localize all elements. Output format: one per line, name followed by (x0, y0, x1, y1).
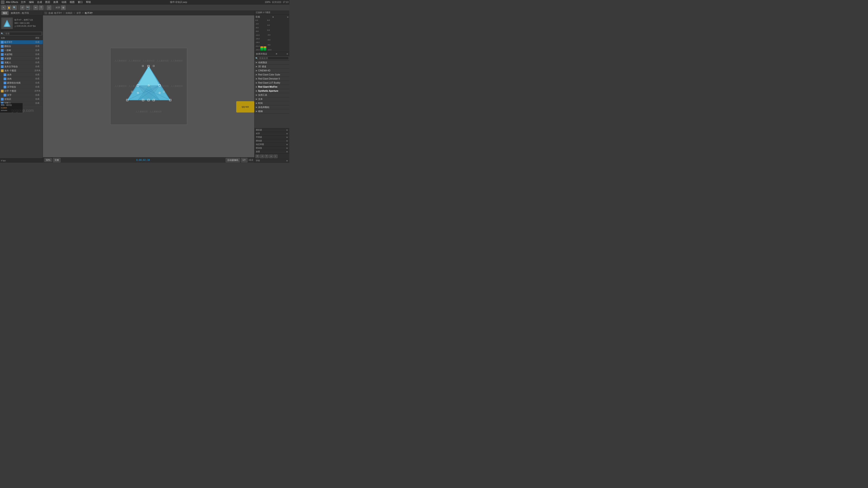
effect-category-9[interactable]: ▶文本 (254, 97, 289, 101)
rotate-tool[interactable]: ↺ (20, 5, 25, 10)
effect-category-arrow-1: ▶ (256, 66, 257, 68)
zoom-tool[interactable]: 🔍 (12, 5, 17, 10)
effect-category-5[interactable]: ▶Red Giant LUT Buddy (254, 81, 289, 85)
project-item-3[interactable]: 水波3组合成 (0, 53, 43, 57)
effect-category-10[interactable]: ▶时间 (254, 101, 289, 105)
character-close[interactable]: ✕ (286, 160, 288, 162)
pen-tool[interactable]: ✏ (33, 5, 38, 10)
breadcrumb-2[interactable]: 冷字 (76, 11, 81, 15)
project-item-14[interactable]: 冷知识合成 (0, 97, 43, 101)
project-item-type-15: 合成 (33, 102, 42, 105)
menu-file[interactable]: 文件 (20, 0, 27, 4)
audio-menu[interactable]: ≡ (287, 16, 288, 18)
menu-view[interactable]: 视图 (68, 0, 76, 4)
snap-btn[interactable]: ⊞ (61, 5, 66, 10)
tracking-panel-header: 跟踪器 ✕ (254, 128, 289, 132)
project-item-11[interactable]: 汉字组合合成 (0, 85, 43, 89)
placement-close[interactable]: ✕ (286, 151, 288, 153)
shape-tool[interactable]: □ (47, 5, 51, 10)
fit-to-window[interactable]: 50% (44, 158, 52, 162)
effect-category-1[interactable]: ▶3D 通道 (254, 65, 289, 69)
project-item-icon-0 (1, 41, 4, 43)
effects-close[interactable]: ✕ (276, 53, 277, 55)
app-logo (1, 0, 4, 4)
align-center-icon[interactable]: ⊣ (260, 155, 264, 158)
corner-brand-left: 猫猫←购买选 013565 dzhuidu (0, 103, 23, 112)
effect-category-11[interactable]: ▶杂色和颗粒 (254, 105, 289, 109)
menu-bar: After Effects 文件 编辑 合成 图层 效果 动画 视图 窗口 帮助… (0, 0, 289, 4)
menu-window[interactable]: 窗口 (76, 0, 84, 4)
project-search-bar[interactable]: 🔍 (0, 31, 43, 36)
view-select[interactable]: 1个 (241, 158, 248, 162)
project-item-icon-4 (1, 57, 4, 60)
align-right-icon[interactable]: ⊤ (265, 155, 269, 158)
composition-panel: ⬛ 合成: 粒子3个 | 冷却识 > 冷字 > 粒子3个 人人素材社区 人人素材… (43, 11, 254, 163)
project-item-5[interactable]: 龙船人合成 (0, 61, 43, 65)
bit-depth: 8 bpc (1, 160, 6, 162)
project-item-name-5: 龙船人 (4, 61, 32, 64)
tracking-close[interactable]: ✕ (286, 129, 288, 131)
effect-category-6[interactable]: ▶Red Giant MisFire (254, 85, 289, 89)
align-top-icon[interactable]: ⊥ (269, 155, 273, 158)
project-item-0[interactable]: 粒子3个合成 (0, 40, 43, 44)
effect-category-0[interactable]: ▶动画预设 (254, 61, 289, 65)
project-search-input[interactable] (4, 32, 42, 35)
project-item-6[interactable]: 龙舟文字组合合成 (0, 65, 43, 69)
align-bottom-icon[interactable]: ⊦ (274, 155, 278, 158)
breadcrumb-3[interactable]: 粒子3个 (85, 11, 93, 15)
select-tool[interactable]: ↖ (1, 5, 6, 10)
menu-edit[interactable]: 编辑 (28, 0, 35, 4)
camera-select[interactable]: 活动摄像机 (225, 158, 240, 162)
paint-values-close[interactable]: ✕ (286, 147, 288, 149)
effect-category-12[interactable]: ▶模糊 (254, 109, 289, 113)
align-close[interactable]: ✕ (286, 133, 288, 135)
effect-category-8[interactable]: ▶实用工具 (254, 93, 289, 97)
project-item-icon-13 (4, 94, 6, 96)
project-item-9[interactable]: 龙肉合成 (0, 77, 43, 81)
project-item-1[interactable]: 圆组合合成 (0, 44, 43, 48)
project-item-10[interactable]: 菱形组合动画合成 (0, 81, 43, 85)
effect-category-2[interactable]: ▶CINEMA 4D (254, 69, 289, 73)
project-item-12[interactable]: 汉字 个图层文件夹 (0, 89, 43, 93)
effects-categories-list: ▶动画预设▶3D 通道▶CINEMA 4D▶Red Giant Color Su… (254, 61, 289, 113)
hand-tool[interactable]: ✋ (7, 5, 11, 10)
align-left-icon[interactable]: ⊢ (255, 155, 259, 158)
project-item-8[interactable]: 龙舟合成 (0, 73, 43, 77)
project-item-4[interactable]: 水波源合成 (0, 57, 43, 61)
project-panel-header: 项目 效果控件 - 粒子01 (0, 11, 43, 15)
brand-logo-text: QQ 022 (242, 106, 249, 108)
menu-layer[interactable]: 图层 (44, 0, 52, 4)
resolution-btn[interactable]: 完整 (53, 158, 61, 162)
menu-effects[interactable]: 效果 (52, 0, 60, 4)
effect-category-7[interactable]: ▶Synthetic Aperture (254, 89, 289, 93)
tab-effects-control[interactable]: 效果控件 - 粒子01 (9, 11, 30, 15)
project-item-13[interactable]: 汉字合成 (0, 93, 43, 97)
effects-search-input[interactable] (258, 57, 289, 60)
project-item-name-14: 冷知识 (4, 98, 32, 101)
tab-project[interactable]: 项目 (1, 11, 8, 15)
composition-viewer[interactable]: 人人素材社区 人人素材社区 人人素材社区 人人素材社区 人人素材社区 人人素材社… (43, 15, 254, 157)
project-item-name-3: 水波3组 (4, 53, 32, 56)
motion-sketch-close[interactable]: ✕ (286, 143, 288, 146)
svg-rect-23 (153, 65, 154, 67)
effect-category-arrow-8: ▶ (256, 94, 257, 96)
text-tool[interactable]: T (39, 5, 43, 10)
menu-compose[interactable]: 合成 (36, 0, 43, 4)
project-item-7[interactable]: 龙舟 个图层文件夹 (0, 69, 43, 73)
wiggler-close[interactable]: ✕ (286, 140, 288, 142)
effects-menu[interactable]: ≡ (287, 53, 288, 55)
project-item-type-0: 合成 (33, 41, 42, 43)
audio-close[interactable]: ✕ (272, 16, 274, 18)
effect-category-4[interactable]: ▶Red Giant Denoiser II (254, 77, 289, 81)
effects-search-bar[interactable]: 🔍 (254, 56, 289, 61)
breadcrumb-1[interactable]: 冷却识 (66, 11, 72, 15)
menu-help[interactable]: 帮助 (85, 0, 92, 4)
align-label-text: 对齐 (256, 132, 260, 135)
unified-camera[interactable]: 📷 (26, 5, 30, 10)
project-item-2[interactable]: 一群树合成 (0, 48, 43, 53)
wiggler-label: 摆动器 (256, 139, 262, 142)
effect-category-3[interactable]: ▶Red Giant Color Suite (254, 73, 289, 77)
menu-animation[interactable]: 动画 (60, 0, 68, 4)
smoother-close[interactable]: ✕ (286, 136, 288, 138)
effects-search-icon: 🔍 (255, 57, 258, 59)
